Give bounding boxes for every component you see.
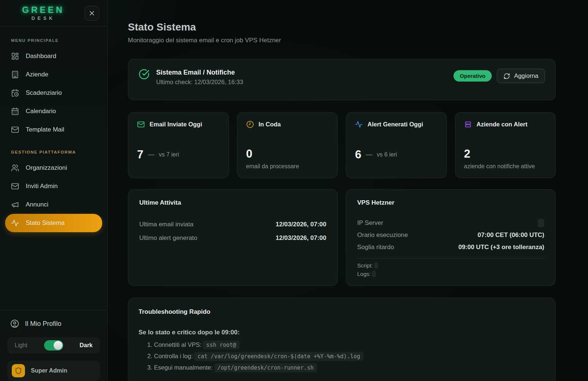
sidebar-item-stato-sistema[interactable]: Stato Sistema — [5, 214, 102, 232]
nav-section-label-gestione: GESTIONE PIATTAFORMA — [5, 145, 102, 159]
theme-dark-label: Dark — [79, 342, 93, 349]
status-text: Sistema Email / Notifiche Ultimo check: … — [156, 69, 243, 86]
row-label: Ultimo alert generato — [139, 234, 197, 242]
script-value-chip — [374, 262, 378, 269]
stat-value-block: 2 aziende con notifiche attive — [464, 148, 547, 170]
user-role-card[interactable]: Super Admin — [7, 360, 100, 381]
sidebar-item-label: Scadenziario — [26, 89, 62, 97]
step-text: Controlla i log: — [154, 353, 193, 359]
stat-card-in-coda: In Coda 0 email da processare — [237, 112, 338, 178]
calendar-clock-icon — [11, 89, 19, 97]
status-badge: Operativo — [453, 70, 492, 82]
sidebar-item-calendario[interactable]: Calendario — [5, 102, 102, 121]
logo-desk-text: DESK — [22, 16, 64, 21]
user-circle-icon — [10, 319, 19, 328]
users-icon — [11, 164, 19, 172]
stat-head: Alert Generati Oggi — [355, 121, 438, 128]
stat-head: Email Inviate Oggi — [137, 121, 220, 128]
stat-value: 2 — [464, 148, 547, 159]
stat-card-aziende-alert: Aziende con Alert 2 aziende con notifich… — [455, 112, 556, 178]
stat-head: Aziende con Alert — [464, 121, 547, 128]
sidebar-item-label: Organizzazioni — [26, 164, 67, 172]
stat-note: aziende con notifiche attive — [464, 163, 547, 170]
stat-head: In Coda — [246, 121, 329, 128]
mail-icon — [137, 121, 145, 128]
theme-toggle[interactable] — [44, 340, 63, 351]
row-value: 07:00 CET (06:00 UTC) — [478, 231, 544, 239]
row-label: Orario esecuzione — [357, 231, 408, 239]
stat-value-block: 6 — vs 6 ieri — [355, 149, 438, 160]
stat-value-block: 7 — vs 7 ieri — [137, 149, 220, 160]
theme-light-label: Light — [15, 342, 28, 349]
calendar-icon — [11, 107, 19, 115]
stat-delta: — — [366, 151, 372, 158]
sidebar-close-button[interactable] — [85, 6, 99, 21]
shield-icon — [12, 364, 25, 377]
sidebar-item-template-mail[interactable]: Template Mail — [5, 121, 102, 139]
profile-link[interactable]: Il Mio Profilo — [7, 317, 100, 329]
sidebar-item-label: Aziende — [26, 71, 48, 78]
sidebar-item-label: Stato Sistema — [26, 219, 65, 227]
theme-switcher: Light Dark — [7, 337, 100, 354]
troubleshooting-heading: Se lo stato e critico dopo le 09:00: — [139, 329, 545, 336]
stat-value: 7 — [137, 149, 143, 160]
step-code: ssh root@ — [203, 341, 239, 349]
sidebar-footer: Il Mio Profilo Light Dark Super Admin — [0, 310, 107, 381]
row-label: Soglia ritardo — [357, 244, 394, 251]
vps-row: Soglia ritardo 09:00 UTC (+3 ore tollera… — [357, 241, 544, 253]
stat-title: Alert Generati Oggi — [368, 121, 423, 128]
logo-green-text: GREEN — [22, 6, 64, 14]
refresh-button[interactable]: Aggiorna — [497, 69, 545, 83]
sidebar-item-label: Calendario — [26, 108, 56, 115]
sidebar-item-label: Inviti Admin — [26, 183, 58, 190]
stat-title: Aziende con Alert — [477, 121, 528, 128]
troubleshooting-steps: Connettiti al VPS:ssh root@ Controlla i … — [139, 341, 545, 371]
clock-icon — [246, 121, 254, 128]
activity-row: Ultimo alert generato 12/03/2026, 07:00 — [139, 231, 326, 245]
dashboard-icon — [11, 52, 19, 60]
profile-label: Il Mio Profilo — [25, 320, 61, 328]
troubleshooting-card: Troubleshooting Rapido Se lo stato e cri… — [128, 298, 556, 381]
stat-note: vs 7 ieri — [159, 151, 179, 158]
close-icon — [88, 10, 96, 17]
step-code: /opt/greendesk/cron-runner.sh — [214, 363, 317, 372]
panels-row: Ultime Attivita Ultima email inviata 12/… — [128, 189, 556, 286]
stat-note: vs 6 ieri — [377, 151, 397, 158]
ip-value-chip — [538, 219, 544, 227]
panel-title: VPS Hetzner — [357, 199, 544, 206]
status-last-check: Ultimo check: 12/03/2026, 16:33 — [156, 79, 243, 86]
row-value: 09:00 UTC (+3 ore tolleranza) — [458, 244, 544, 251]
stat-title: Email Inviate Oggi — [150, 121, 202, 128]
mail-icon — [11, 182, 19, 190]
sidebar-item-inviti-admin[interactable]: Inviti Admin — [5, 177, 102, 195]
sidebar-item-aziende[interactable]: Aziende — [5, 65, 102, 84]
stat-card-email-inviate: Email Inviate Oggi 7 — vs 7 ieri — [128, 112, 229, 178]
sidebar-item-organizzazioni[interactable]: Organizzazioni — [5, 159, 102, 177]
sidebar-item-label: Template Mail — [26, 126, 64, 133]
nav-section-label-main: MENU PRINCIPALE — [5, 33, 102, 47]
troubleshooting-step: Connettiti al VPS:ssh root@ — [154, 341, 545, 348]
activity-rows: Ultima email inviata 12/03/2026, 07:00 U… — [139, 218, 326, 245]
user-role-label: Super Admin — [31, 367, 67, 374]
activity-row: Ultima email inviata 12/03/2026, 07:00 — [139, 218, 326, 231]
stat-value-block: 0 email da processare — [246, 148, 329, 170]
vps-hetzner-panel: VPS Hetzner IP Server Orario esecuzione … — [346, 189, 556, 286]
divider — [357, 258, 544, 259]
status-title: Sistema Email / Notifiche — [156, 69, 243, 76]
troubleshooting-step: Esegui manualmente:/opt/greendesk/cron-r… — [154, 364, 545, 371]
refresh-icon — [503, 73, 510, 79]
troubleshooting-step: Controlla i log:cat /var/log/greendesk/c… — [154, 353, 545, 360]
sidebar-item-dashboard[interactable]: Dashboard — [5, 47, 102, 65]
megaphone-icon — [11, 201, 19, 209]
panel-title: Ultime Attivita — [139, 199, 326, 206]
stat-title: In Coda — [259, 121, 281, 128]
logs-value-chip — [372, 271, 376, 277]
activity-icon — [355, 121, 363, 128]
vps-row: Orario esecuzione 07:00 CET (06:00 UTC) — [357, 229, 544, 241]
step-code: cat /var/log/greendesk/cron-$(date +%Y-%… — [194, 352, 363, 361]
sidebar-item-annunci[interactable]: Annunci — [5, 195, 102, 214]
step-text: Connettiti al VPS: — [154, 341, 201, 348]
script-row: Script: — [357, 262, 544, 269]
sidebar-item-scadenziario[interactable]: Scadenziario — [5, 84, 102, 102]
row-label: IP Server — [357, 219, 383, 227]
